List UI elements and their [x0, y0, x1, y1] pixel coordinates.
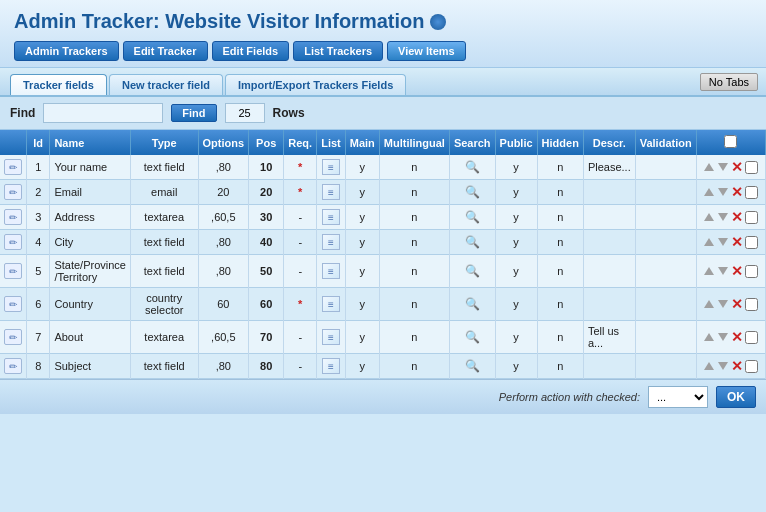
list-icon[interactable]: ≡ [322, 358, 340, 374]
req-star: * [298, 186, 302, 198]
move-down-icon[interactable] [718, 213, 728, 221]
col-actions [696, 130, 765, 155]
find-input[interactable] [43, 103, 163, 123]
search-icon[interactable]: 🔍 [464, 263, 480, 279]
list-icon[interactable]: ≡ [322, 263, 340, 279]
edit-icon[interactable]: ✏ [4, 296, 22, 312]
move-down-icon[interactable] [718, 238, 728, 246]
edit-icon[interactable]: ✏ [4, 159, 22, 175]
delete-icon[interactable]: ✕ [731, 358, 743, 374]
move-up-icon[interactable] [704, 188, 714, 196]
row-checkbox[interactable] [745, 236, 758, 249]
no-tabs-btn[interactable]: No Tabs [700, 73, 758, 91]
cell-name: Your name [50, 155, 131, 180]
cell-public: y [495, 321, 537, 354]
cell-main: y [345, 321, 379, 354]
col-options: Options [198, 130, 249, 155]
col-pos: Pos [249, 130, 284, 155]
move-up-icon[interactable] [704, 300, 714, 308]
edit-icon[interactable]: ✏ [4, 184, 22, 200]
table-header-row: Id Name Type Options Pos Req. List Main … [0, 130, 766, 155]
cell-name: Address [50, 205, 131, 230]
search-icon[interactable]: 🔍 [464, 184, 480, 200]
find-btn[interactable]: Find [171, 104, 216, 122]
admin-trackers-btn[interactable]: Admin Trackers [14, 41, 119, 61]
cell-pos: 10 [249, 155, 284, 180]
search-icon[interactable]: 🔍 [464, 159, 480, 175]
move-down-icon[interactable] [718, 333, 728, 341]
cell-name: Email [50, 180, 131, 205]
delete-icon[interactable]: ✕ [731, 184, 743, 200]
search-icon[interactable]: 🔍 [464, 209, 480, 225]
move-down-icon[interactable] [718, 188, 728, 196]
ok-btn[interactable]: OK [716, 386, 756, 408]
edit-icon[interactable]: ✏ [4, 329, 22, 345]
cell-req: - [284, 321, 317, 354]
select-all-checkbox[interactable] [724, 135, 737, 148]
table-row: ✏6Countrycountry selector6060*≡yn🔍yn ✕ [0, 288, 766, 321]
cell-hidden: n [537, 255, 583, 288]
delete-icon[interactable]: ✕ [731, 234, 743, 250]
find-label: Find [10, 106, 35, 120]
view-items-btn[interactable]: View Items [387, 41, 466, 61]
tab-tracker-fields[interactable]: Tracker fields [10, 74, 107, 95]
list-icon[interactable]: ≡ [322, 329, 340, 345]
cell-req: - [284, 205, 317, 230]
move-up-icon[interactable] [704, 213, 714, 221]
cell-main: y [345, 155, 379, 180]
delete-icon[interactable]: ✕ [731, 159, 743, 175]
cell-type: text field [130, 155, 198, 180]
cell-descr [583, 205, 635, 230]
move-up-icon[interactable] [704, 163, 714, 171]
move-down-icon[interactable] [718, 362, 728, 370]
row-checkbox[interactable] [745, 186, 758, 199]
row-checkbox[interactable] [745, 331, 758, 344]
search-icon[interactable]: 🔍 [464, 329, 480, 345]
search-icon[interactable]: 🔍 [464, 358, 480, 374]
globe-icon [430, 14, 446, 30]
move-up-icon[interactable] [704, 362, 714, 370]
action-select[interactable]: ... [648, 386, 708, 408]
list-icon[interactable]: ≡ [322, 296, 340, 312]
cell-main: y [345, 180, 379, 205]
edit-tracker-btn[interactable]: Edit Tracker [123, 41, 208, 61]
cell-actions: ✕ [696, 255, 765, 288]
search-icon[interactable]: 🔍 [464, 296, 480, 312]
edit-icon[interactable]: ✏ [4, 234, 22, 250]
cell-public: y [495, 288, 537, 321]
footer-bar: Perform action with checked: ... OK [0, 379, 766, 414]
cell-multilingual: n [379, 230, 449, 255]
row-checkbox[interactable] [745, 211, 758, 224]
edit-icon[interactable]: ✏ [4, 358, 22, 374]
list-icon[interactable]: ≡ [322, 159, 340, 175]
table-row: ✏8Subjecttext field,8080-≡yn🔍yn ✕ [0, 354, 766, 379]
cell-pos: 80 [249, 354, 284, 379]
list-icon[interactable]: ≡ [322, 184, 340, 200]
row-checkbox[interactable] [745, 265, 758, 278]
move-down-icon[interactable] [718, 300, 728, 308]
move-up-icon[interactable] [704, 267, 714, 275]
move-down-icon[interactable] [718, 267, 728, 275]
rows-label: Rows [273, 106, 305, 120]
delete-icon[interactable]: ✕ [731, 329, 743, 345]
row-checkbox[interactable] [745, 360, 758, 373]
move-down-icon[interactable] [718, 163, 728, 171]
delete-icon[interactable]: ✕ [731, 296, 743, 312]
list-icon[interactable]: ≡ [322, 234, 340, 250]
move-up-icon[interactable] [704, 333, 714, 341]
rows-input[interactable] [225, 103, 265, 123]
delete-icon[interactable]: ✕ [731, 209, 743, 225]
move-up-icon[interactable] [704, 238, 714, 246]
edit-fields-btn[interactable]: Edit Fields [212, 41, 290, 61]
list-trackers-btn[interactable]: List Trackers [293, 41, 383, 61]
row-checkbox[interactable] [745, 298, 758, 311]
col-main: Main [345, 130, 379, 155]
edit-icon[interactable]: ✏ [4, 263, 22, 279]
delete-icon[interactable]: ✕ [731, 263, 743, 279]
row-checkbox[interactable] [745, 161, 758, 174]
edit-icon[interactable]: ✏ [4, 209, 22, 225]
search-icon[interactable]: 🔍 [464, 234, 480, 250]
list-icon[interactable]: ≡ [322, 209, 340, 225]
tab-import-export[interactable]: Import/Export Trackers Fields [225, 74, 406, 95]
tab-new-tracker-field[interactable]: New tracker field [109, 74, 223, 95]
